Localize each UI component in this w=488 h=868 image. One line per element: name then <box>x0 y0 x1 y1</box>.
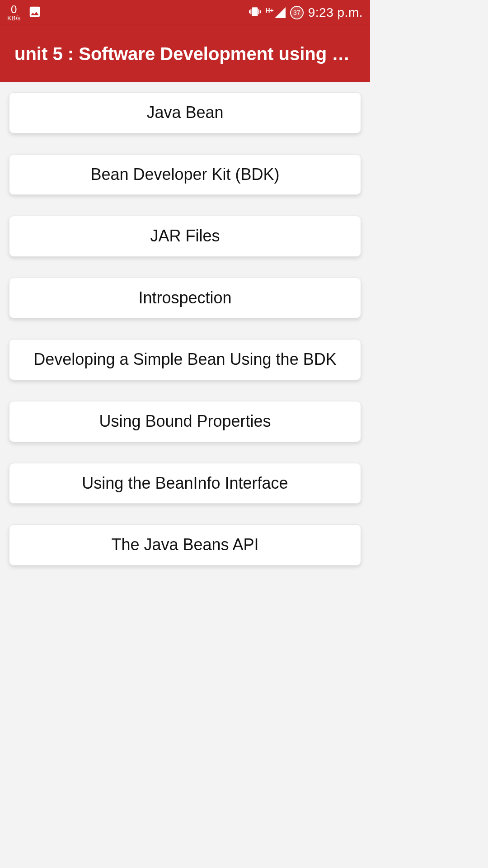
signal-triangle-icon <box>275 7 286 18</box>
battery-indicator: 37 <box>290 6 304 19</box>
topic-button-java-beans-api[interactable]: The Java Beans API <box>9 524 361 566</box>
signal-indicator: H+ <box>265 7 285 18</box>
network-speed-indicator: 0 KB/s <box>7 4 21 21</box>
clock: 9:23 p.m. <box>308 5 363 20</box>
topic-button-bdk[interactable]: Bean Developer Kit (BDK) <box>9 154 361 195</box>
battery-percent: 37 <box>293 9 300 16</box>
topic-button-introspection[interactable]: Introspection <box>9 278 361 319</box>
topic-button-jar-files[interactable]: JAR Files <box>9 216 361 257</box>
vibrate-icon <box>249 6 261 19</box>
status-left: 0 KB/s <box>7 4 42 21</box>
photo-icon <box>28 5 42 20</box>
page-title: unit 5 : Software Development using Java <box>14 44 356 64</box>
topic-button-developing-simple-bean[interactable]: Developing a Simple Bean Using the BDK <box>9 339 361 380</box>
topic-button-beaninfo-interface[interactable]: Using the BeanInfo Interface <box>9 463 361 504</box>
topic-button-bound-properties[interactable]: Using Bound Properties <box>9 401 361 442</box>
topic-list: Java Bean Bean Developer Kit (BDK) JAR F… <box>0 82 370 576</box>
speed-value: 0 <box>11 4 17 15</box>
speed-unit: KB/s <box>7 15 21 21</box>
status-right: H+ 37 9:23 p.m. <box>249 5 363 20</box>
topic-button-java-bean[interactable]: Java Bean <box>9 92 361 133</box>
status-bar: 0 KB/s H+ 37 9:23 p.m. <box>0 0 370 25</box>
network-type-label: H+ <box>265 7 273 14</box>
app-bar: unit 5 : Software Development using Java <box>0 25 370 82</box>
